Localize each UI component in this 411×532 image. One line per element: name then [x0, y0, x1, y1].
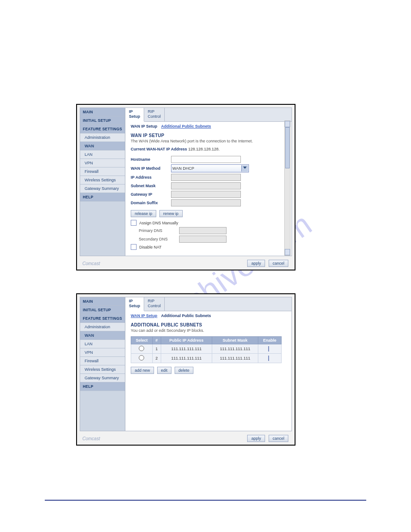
radio-select-row-1[interactable]: [139, 346, 144, 351]
page-divider: [45, 500, 366, 501]
content-area: IP Setup RIP Control WAN IP Setup Additi…: [125, 297, 291, 431]
input-gateway-ip[interactable]: [171, 191, 241, 198]
chevron-down-icon: [243, 167, 247, 169]
page-content: WAN IP Setup Additional Public Subnets W…: [125, 120, 291, 255]
input-secondary-dns[interactable]: [179, 236, 227, 243]
th-mask: Subnet Mask: [212, 337, 258, 344]
add-new-button[interactable]: add new: [131, 367, 154, 374]
wan-ip-setup-window: MAIN INITIAL SETUP FEATURE SETTINGS Admi…: [76, 104, 295, 270]
input-hostname[interactable]: [171, 156, 241, 163]
footer-buttons: apply cancel: [247, 260, 290, 267]
sidebar-item-gateway-summary[interactable]: Gateway Summary: [80, 184, 125, 193]
scroll-thumb[interactable]: [285, 127, 290, 168]
sidebar-feature-settings[interactable]: FEATURE SETTINGS: [80, 314, 125, 323]
sidebar-main[interactable]: MAIN: [80, 108, 125, 116]
panel-inner: MAIN INITIAL SETUP FEATURE SETTINGS Admi…: [80, 107, 292, 256]
sidebar-initial-setup[interactable]: INITIAL SETUP: [80, 306, 125, 314]
apply-button[interactable]: apply: [247, 260, 265, 267]
cell-ip: 111.111.111.111: [161, 354, 212, 363]
section-title: WAN IP SETUP: [131, 133, 282, 138]
checkbox-disable-nat[interactable]: [131, 244, 137, 250]
label-mask: Subnet Mask: [131, 184, 171, 188]
tab-line1: IP: [129, 299, 133, 303]
sidebar-item-gateway-summary[interactable]: Gateway Summary: [80, 374, 125, 382]
renew-ip-button[interactable]: renew ip: [159, 210, 183, 217]
sidebar-item-lan[interactable]: LAN: [80, 340, 125, 348]
current-ip-line: Current WAN-NAT IP Address 128.128.128.1…: [131, 147, 282, 151]
panel-inner: MAIN INITIAL SETUP FEATURE SETTINGS Admi…: [80, 297, 292, 431]
bc-link-additional-subnets[interactable]: Additional Public Subnets: [161, 124, 211, 129]
tab-line1: IP: [129, 109, 133, 114]
sidebar-item-wireless[interactable]: Wireless Settings: [80, 176, 125, 184]
sidebar-item-wan[interactable]: WAN: [80, 142, 125, 150]
delete-button[interactable]: delete: [175, 367, 194, 374]
cell-mask: 111.111.111.111: [212, 354, 258, 363]
sidebar-item-lan[interactable]: LAN: [80, 150, 125, 159]
tab-line2: Setup: [129, 304, 140, 308]
label-gateway: Gateway IP: [131, 192, 171, 197]
cancel-button[interactable]: cancel: [269, 260, 288, 267]
label-hostname: Hostname: [131, 157, 171, 162]
page-content: WAN IP Setup Additional Public Subnets A…: [125, 310, 291, 380]
sidebar-help[interactable]: HELP: [80, 382, 125, 391]
sidebar-help[interactable]: HELP: [80, 193, 125, 202]
input-primary-dns[interactable]: [179, 227, 227, 234]
apply-button[interactable]: apply: [247, 435, 265, 442]
sidebar-item-wireless[interactable]: Wireless Settings: [80, 365, 125, 374]
sidebar-item-vpn[interactable]: VPN: [80, 348, 125, 357]
section-desc: You can add or edit Secondary IP blocks.: [131, 328, 282, 333]
current-ip-label: Current WAN-NAT IP Address: [131, 147, 187, 151]
cell-num: 1: [152, 344, 161, 354]
sidebar-item-firewall[interactable]: Firewall: [80, 167, 125, 176]
section-desc: The WAN (Wide Area Network) port is the …: [131, 139, 282, 143]
footer-buttons: apply cancel: [247, 435, 290, 442]
cell-mask: 111.111.111.111: [212, 344, 258, 354]
sidebar-initial-setup[interactable]: INITIAL SETUP: [80, 116, 125, 125]
tab-rip-control[interactable]: RIP Control: [144, 297, 165, 311]
scrollbar[interactable]: [284, 120, 291, 256]
tab-line1: RIP: [148, 109, 154, 114]
brand-logo: Comcast: [82, 436, 100, 441]
sidebar-main[interactable]: MAIN: [80, 297, 125, 306]
tabs: IP Setup RIP Control: [125, 297, 291, 311]
bc-link-wan-ip-setup[interactable]: WAN IP Setup: [131, 313, 157, 318]
input-subnet-mask[interactable]: [171, 182, 241, 189]
sidebar: MAIN INITIAL SETUP FEATURE SETTINGS Admi…: [80, 297, 125, 431]
th-num: #: [152, 337, 161, 344]
table-row: 1 111.111.111.111 111.111.111.111: [131, 344, 282, 354]
radio-select-row-2[interactable]: [139, 355, 144, 360]
cancel-button[interactable]: cancel: [269, 435, 288, 442]
tabs: IP Setup RIP Control: [125, 108, 291, 122]
select-wan-ip-method[interactable]: WAN DHCP: [171, 164, 249, 172]
tab-line2: Setup: [129, 114, 140, 119]
edit-button[interactable]: edit: [157, 367, 172, 374]
tab-ip-setup[interactable]: IP Setup: [125, 297, 144, 311]
sidebar-item-firewall[interactable]: Firewall: [80, 357, 125, 365]
sidebar-item-vpn[interactable]: VPN: [80, 159, 125, 167]
disable-nat-row: Disable NAT: [131, 244, 282, 250]
label-primary-dns: Primary DNS: [139, 228, 179, 233]
label-secondary-dns: Secondary DNS: [139, 237, 179, 241]
checkbox-assign-dns[interactable]: [131, 220, 137, 226]
cell-ip: 111.111.111.111: [161, 344, 212, 354]
sidebar-feature-settings[interactable]: FEATURE SETTINGS: [80, 125, 125, 133]
checkbox-enable-row-2[interactable]: [268, 356, 269, 361]
sidebar-item-wan[interactable]: WAN: [80, 331, 125, 340]
tab-ip-setup[interactable]: IP Setup: [125, 108, 144, 122]
select-value: WAN DHCP: [172, 166, 194, 171]
release-ip-button[interactable]: release ip: [131, 210, 156, 217]
th-ip: Public IP Address: [161, 337, 212, 344]
input-domain-suffix[interactable]: [171, 199, 241, 206]
input-ip-address[interactable]: [171, 174, 241, 181]
ip-buttons: release ip renew ip: [131, 210, 282, 217]
sidebar-item-administration[interactable]: Administration: [80, 133, 125, 142]
table-row: 2 111.111.111.111 111.111.111.111: [131, 354, 282, 363]
tab-rip-control[interactable]: RIP Control: [144, 108, 165, 121]
content-area: IP Setup RIP Control WAN IP Setup Additi…: [125, 108, 291, 256]
additional-subnets-window: MAIN INITIAL SETUP FEATURE SETTINGS Admi…: [76, 293, 295, 446]
sidebar-item-administration[interactable]: Administration: [80, 323, 125, 331]
checkbox-enable-row-1[interactable]: [268, 346, 269, 352]
label-suffix: Domain Suffix: [131, 201, 171, 205]
cell-num: 2: [152, 354, 161, 363]
assign-dns-row: Assign DNS Manually: [131, 220, 282, 226]
